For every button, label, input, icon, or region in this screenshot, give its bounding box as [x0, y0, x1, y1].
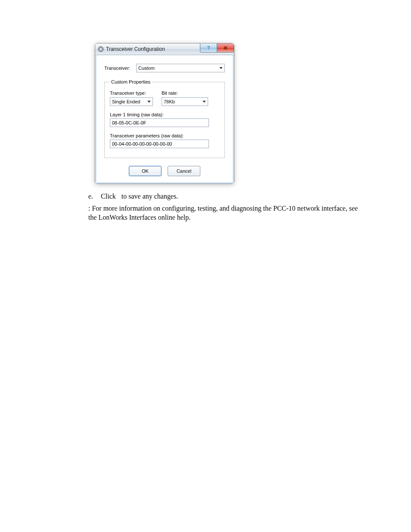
close-icon: ✕ [223, 45, 228, 51]
cancel-label: Cancel [177, 168, 191, 174]
transceiver-combo[interactable]: Custom [136, 64, 225, 72]
transceiver-type-value: Single Ended [112, 99, 140, 104]
click-word: Click [101, 193, 116, 200]
transceiver-label: Transceiver: [104, 65, 136, 71]
help-button[interactable]: ? [200, 44, 217, 53]
title-bar: Transceiver Configuration ? ✕ [95, 44, 234, 55]
transceiver-row: Transceiver: Custom [104, 64, 225, 72]
cancel-button[interactable]: Cancel [168, 166, 200, 176]
layer1-input[interactable]: 08-05-0C-0E-0F [110, 118, 209, 127]
transceiver-config-dialog: Transceiver Configuration ? ✕ Transceive… [95, 43, 234, 184]
close-button[interactable]: ✕ [217, 44, 234, 53]
layer1-value: 08-05-0C-0E-0F [112, 120, 146, 125]
transceiver-type-label: Transceiver type: [110, 90, 153, 96]
bit-rate-value: 78Kb [164, 99, 175, 104]
custom-properties-legend: Custom Properties [110, 79, 152, 84]
dialog-buttons: OK Cancel [104, 166, 225, 176]
document-text: e. Click to save any changes. : For more… [88, 192, 364, 222]
params-value: 00-04-00-00-00-00-00-00-00 [112, 141, 172, 146]
app-icon [98, 46, 104, 52]
params-label: Transceiver parameters (raw data): [110, 133, 219, 138]
window-buttons: ? ✕ [200, 44, 234, 52]
dialog-title: Transceiver Configuration [106, 46, 165, 52]
custom-properties-group: Custom Properties Transceiver type: Sing… [104, 79, 225, 158]
params-input[interactable]: 00-04-00-00-00-00-00-00-00 [110, 140, 209, 148]
ok-label: OK [142, 168, 149, 174]
chevron-down-icon [147, 101, 151, 103]
layer1-label: Layer 1 timing (raw data): [110, 112, 219, 117]
to-save-text: to save any changes. [121, 193, 178, 200]
svg-point-1 [100, 48, 102, 50]
transceiver-type-combo[interactable]: Single Ended [110, 97, 153, 106]
chevron-down-icon [202, 101, 206, 103]
chevron-down-icon [219, 67, 223, 69]
dialog-body: Transceiver: Custom Custom Properties Tr… [95, 55, 234, 184]
ok-button[interactable]: OK [129, 166, 162, 176]
bit-rate-combo[interactable]: 78Kb [162, 97, 208, 106]
help-icon: ? [207, 45, 210, 50]
transceiver-value: Custom [138, 65, 155, 71]
bit-rate-label: Bit rate: [162, 90, 208, 96]
list-item-letter: e. [88, 193, 93, 200]
note-text: : For more information on configuring, t… [88, 205, 358, 221]
type-bitrate-row: Transceiver type: Single Ended Bit rate: [110, 90, 219, 106]
